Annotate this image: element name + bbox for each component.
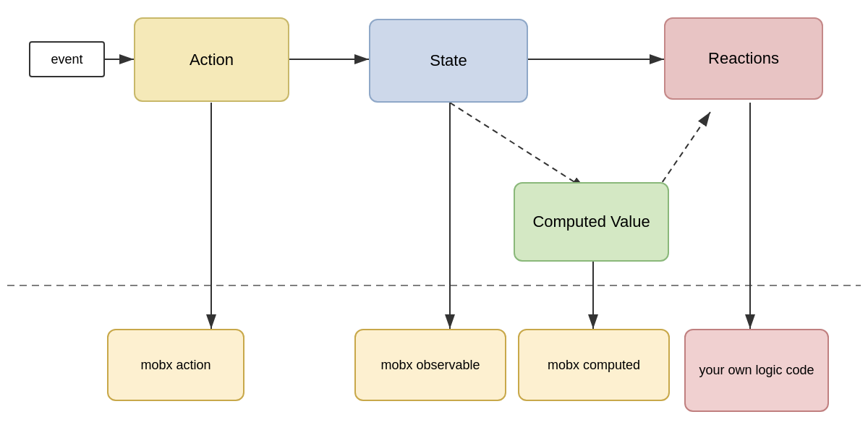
reactions-box: Reactions — [664, 17, 823, 100]
mobx-computed-box: mobx computed — [518, 329, 670, 401]
event-box: event — [29, 41, 105, 77]
state-box: State — [369, 19, 528, 103]
svg-line-5 — [450, 103, 586, 189]
your-own-label: your own logic code — [699, 363, 814, 378]
action-box: Action — [134, 17, 289, 102]
mobx-observable-box: mobx observable — [354, 329, 506, 401]
mobx-computed-label: mobx computed — [548, 358, 640, 373]
mobx-action-label: mobx action — [140, 358, 210, 373]
action-label: Action — [190, 51, 234, 69]
event-label: event — [51, 52, 82, 67]
your-own-box: your own logic code — [684, 329, 829, 412]
computed-label: Computed Value — [532, 212, 650, 231]
mobx-observable-label: mobx observable — [380, 358, 480, 373]
diagram: event Action State Reactions Computed Va… — [0, 0, 868, 430]
computed-box: Computed Value — [514, 182, 669, 262]
state-label: State — [430, 51, 467, 70]
mobx-action-box: mobx action — [107, 329, 244, 401]
reactions-label: Reactions — [708, 49, 779, 68]
